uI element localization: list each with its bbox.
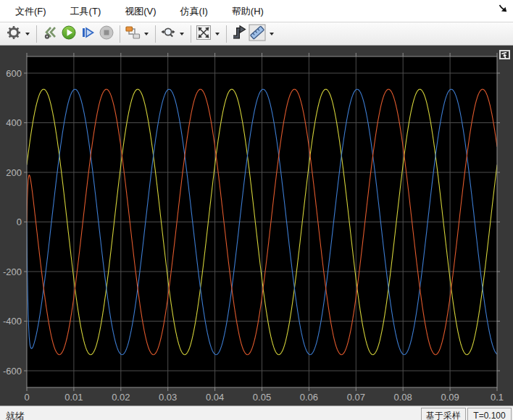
- status-bar: 就绪 基于采样 T=0.100: [0, 406, 513, 420]
- y-tick-label: 400: [6, 117, 22, 128]
- toolbar-separator: [226, 25, 227, 43]
- toolbar-separator: [120, 25, 120, 43]
- scope-corner-button[interactable]: [499, 50, 510, 59]
- x-tick-label: 0: [24, 392, 29, 403]
- restore-up-arrow-icon: [501, 49, 509, 62]
- toolbar-separator: [155, 25, 156, 43]
- menu-view[interactable]: 视图(V): [116, 1, 164, 22]
- measurements-button[interactable]: [248, 25, 267, 43]
- chevron-down-icon: [144, 33, 149, 35]
- step-forward-button[interactable]: [78, 25, 97, 43]
- x-tick-label: 0.06: [300, 392, 318, 403]
- x-tick-label: 0.08: [394, 392, 412, 403]
- zoom-button[interactable]: [159, 25, 177, 43]
- step-back-button[interactable]: [41, 25, 59, 43]
- y-tick-label: -400: [3, 316, 22, 327]
- status-sample-mode: 基于采样: [421, 408, 466, 420]
- scope-display-area: -600-400-200020040060000.010.020.030.040…: [0, 46, 513, 406]
- chevron-down-icon: [25, 33, 30, 35]
- chevron-down-icon: [180, 33, 184, 35]
- dock-arrow-icon[interactable]: [497, 2, 509, 14]
- menu-help[interactable]: 帮助(H): [223, 1, 272, 22]
- waveform-plot[interactable]: -600-400-200020040060000.010.020.030.040…: [0, 46, 513, 406]
- x-tick-label: 0.03: [159, 392, 177, 403]
- menu-bar: 文件(F) 工具(T) 视图(V) 仿真(I) 帮助(H): [0, 0, 513, 22]
- configuration-button[interactable]: [5, 25, 22, 43]
- toolbar-separator: [191, 25, 191, 43]
- chevron-down-icon: [270, 33, 274, 35]
- step-back-icon: [42, 25, 58, 43]
- chevron-down-icon: [215, 33, 220, 35]
- menu-tools[interactable]: 工具(T): [62, 1, 110, 22]
- fit-icon: [196, 25, 212, 43]
- scope-toolbar: [0, 22, 513, 46]
- trigger-icon: [231, 25, 247, 43]
- signal-selector-button[interactable]: [124, 25, 141, 43]
- y-tick-label: -200: [3, 266, 22, 277]
- zoom-dropdown[interactable]: [177, 25, 187, 43]
- signals-icon: [125, 25, 141, 43]
- status-ready-text: 就绪: [6, 410, 25, 420]
- configuration-dropdown[interactable]: [22, 25, 33, 43]
- gear-icon: [7, 25, 21, 43]
- trigger-button[interactable]: [230, 25, 248, 43]
- run-icon: [61, 25, 77, 43]
- status-sim-time: T=0.100: [467, 408, 512, 420]
- fit-to-view-button[interactable]: [195, 25, 212, 43]
- x-tick-label: 0.09: [441, 392, 459, 403]
- y-tick-label: 0: [17, 217, 22, 227]
- step-forward-icon: [80, 25, 96, 43]
- fit-to-view-dropdown[interactable]: [212, 25, 222, 43]
- run-button[interactable]: [59, 25, 78, 43]
- x-tick-label: 0.05: [253, 392, 271, 403]
- toolbar-separator: [36, 25, 37, 43]
- measurements-dropdown[interactable]: [267, 25, 277, 43]
- ruler-icon: [249, 24, 266, 44]
- y-tick-label: -600: [3, 366, 22, 377]
- menu-simulate[interactable]: 仿真(I): [172, 1, 217, 22]
- x-tick-label: 0.1: [491, 392, 504, 403]
- x-tick-label: 0.07: [347, 392, 365, 403]
- y-tick-label: 200: [6, 167, 22, 178]
- x-tick-label: 0.02: [112, 392, 130, 403]
- y-tick-label: 600: [6, 68, 22, 79]
- stop-button[interactable]: [97, 25, 116, 43]
- x-tick-label: 0.04: [206, 392, 224, 403]
- menu-file[interactable]: 文件(F): [7, 1, 55, 22]
- zoom-icon: [160, 25, 176, 43]
- signal-selector-dropdown[interactable]: [141, 25, 151, 43]
- x-tick-label: 0.01: [64, 392, 83, 403]
- stop-icon: [99, 25, 114, 43]
